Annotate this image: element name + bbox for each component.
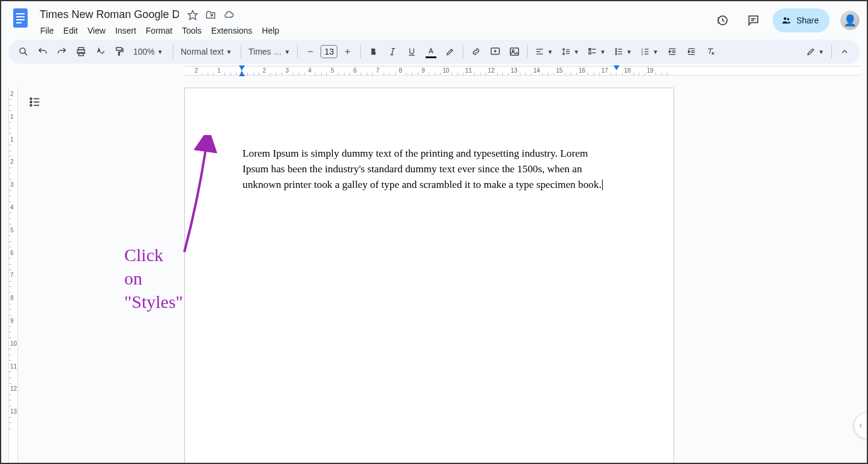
history-icon[interactable]: [710, 8, 734, 32]
styles-dropdown[interactable]: Normal text ▼: [177, 43, 237, 61]
share-label: Share: [797, 16, 819, 25]
fontsize-group: [301, 43, 357, 61]
bulleted-list-dropdown[interactable]: ▼: [610, 43, 636, 61]
star-icon[interactable]: [187, 10, 198, 20]
separator: [831, 45, 832, 58]
insert-image-button[interactable]: [505, 43, 523, 61]
move-icon[interactable]: [205, 10, 216, 20]
svg-point-9: [783, 17, 786, 20]
italic-button[interactable]: [384, 43, 402, 61]
title-icons: [187, 10, 234, 20]
paint-format-icon[interactable]: [110, 43, 128, 61]
caret-down-icon: ▼: [284, 49, 290, 55]
bold-button[interactable]: [364, 43, 382, 61]
styles-value: Normal text: [181, 47, 224, 56]
svg-point-53: [30, 101, 32, 103]
svg-rect-4: [16, 22, 22, 23]
separator: [527, 45, 528, 58]
print-icon[interactable]: [72, 43, 90, 61]
header: File Edit View Insert Format Tools Exten…: [1, 1, 867, 40]
numbered-list-dropdown[interactable]: 123▼: [637, 43, 662, 61]
menu-view[interactable]: View: [83, 23, 110, 38]
insert-comment-button[interactable]: [486, 43, 504, 61]
header-right: Share 👤: [710, 6, 860, 32]
horizontal-ruler[interactable]: 2112345678910111213141516171819: [184, 66, 860, 76]
increase-fontsize-button[interactable]: [339, 43, 357, 61]
svg-marker-5: [188, 10, 197, 19]
editing-mode-dropdown[interactable]: ▼: [803, 43, 828, 61]
menu-format[interactable]: Format: [142, 23, 176, 38]
svg-point-34: [615, 53, 616, 55]
font-dropdown[interactable]: Times … ▼: [245, 43, 294, 61]
menu-insert[interactable]: Insert: [111, 23, 140, 38]
vertical-ruler[interactable]: 2112345678910111213: [5, 78, 20, 463]
page-content[interactable]: Lorem Ipsum is simply dummy text of the …: [185, 88, 674, 250]
ruler-area: 2112345678910111213141516171819: [1, 66, 867, 78]
separator: [360, 45, 361, 58]
line-spacing-dropdown[interactable]: ▼: [558, 43, 583, 61]
outline-toggle-icon[interactable]: [25, 92, 44, 112]
separator: [173, 45, 173, 58]
svg-point-10: [787, 18, 789, 20]
svg-point-11: [20, 48, 25, 53]
document-page[interactable]: Lorem Ipsum is simply dummy text of the …: [184, 88, 674, 463]
left-panel: [20, 78, 49, 463]
menu-tools[interactable]: Tools: [178, 23, 206, 38]
workspace: 2112345678910111213 Lorem Ipsum is simpl…: [1, 78, 867, 463]
underline-button[interactable]: [403, 43, 421, 61]
zoom-dropdown[interactable]: 100% ▼: [130, 43, 169, 61]
svg-point-33: [615, 51, 616, 52]
svg-rect-0: [13, 8, 28, 28]
menu-help[interactable]: Help: [258, 23, 283, 38]
svg-line-12: [25, 53, 27, 55]
undo-icon[interactable]: [34, 43, 52, 61]
spellcheck-icon[interactable]: [91, 43, 109, 61]
svg-point-54: [30, 104, 32, 106]
zoom-value: 100%: [133, 47, 155, 56]
caret-down-icon: ▼: [573, 49, 579, 55]
menu-bar: File Edit View Insert Format Tools Exten…: [35, 22, 710, 38]
comments-icon[interactable]: [741, 8, 765, 32]
menu-edit[interactable]: Edit: [59, 23, 82, 38]
body-text[interactable]: Lorem Ipsum is simply dummy text of the …: [243, 148, 601, 190]
decrease-indent-button[interactable]: [663, 43, 681, 61]
svg-point-32: [615, 49, 616, 50]
menu-file[interactable]: File: [36, 23, 58, 38]
title-row: [35, 6, 710, 22]
separator: [463, 45, 463, 58]
svg-rect-2: [16, 16, 25, 17]
svg-rect-16: [116, 47, 122, 50]
docs-logo-icon[interactable]: [8, 6, 32, 30]
caret-down-icon: ▼: [157, 49, 163, 55]
collapse-toolbar-button[interactable]: [836, 43, 854, 61]
increase-indent-button[interactable]: [683, 43, 701, 61]
svg-point-52: [30, 98, 32, 100]
svg-rect-26: [511, 48, 519, 55]
clear-formatting-button[interactable]: [702, 43, 720, 61]
canvas-area[interactable]: Lorem Ipsum is simply dummy text of the …: [49, 78, 867, 463]
highlight-button[interactable]: [441, 43, 459, 61]
caret-down-icon: ▼: [600, 49, 606, 55]
menu-extensions[interactable]: Extensions: [207, 23, 256, 38]
text-cursor: [602, 179, 603, 190]
caret-down-icon: ▼: [653, 49, 659, 55]
decrease-fontsize-button[interactable]: [301, 43, 319, 61]
separator: [297, 45, 298, 58]
toolbar: 100% ▼ Normal text ▼ Times … ▼ ▼ ▼: [8, 40, 860, 64]
insert-link-button[interactable]: [467, 43, 485, 61]
fontsize-input[interactable]: [321, 45, 337, 58]
toolbar-wrap: 100% ▼ Normal text ▼ Times … ▼ ▼ ▼: [1, 40, 867, 64]
caret-down-icon: ▼: [818, 49, 824, 55]
text-color-button[interactable]: [422, 43, 440, 61]
checklist-dropdown[interactable]: ▼: [584, 43, 609, 61]
caret-down-icon: ▼: [547, 49, 553, 55]
avatar[interactable]: 👤: [840, 11, 860, 30]
svg-text:3: 3: [641, 53, 643, 56]
svg-rect-1: [16, 13, 25, 14]
share-button[interactable]: Share: [773, 8, 830, 32]
align-dropdown[interactable]: ▼: [531, 43, 556, 61]
document-title-input[interactable]: [37, 7, 181, 22]
search-icon[interactable]: [14, 43, 32, 61]
redo-icon[interactable]: [53, 43, 71, 61]
cloud-status-icon[interactable]: [223, 10, 234, 20]
